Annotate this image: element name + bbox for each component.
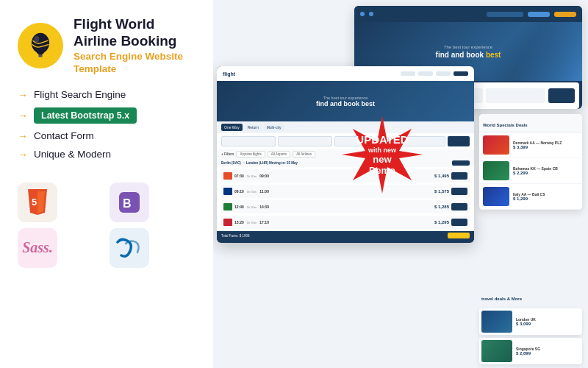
- screenshot-bottom-right: travel deals & More London UK $ 3,099 Si…: [479, 288, 582, 364]
- deal-img-2: [483, 161, 509, 180]
- price-1: $ 1,495: [434, 174, 449, 178]
- dur-1: 1h 30m: [247, 174, 257, 178]
- airline-logo-2: [223, 188, 232, 195]
- svg-text:B: B: [123, 197, 132, 210]
- tab-one-way[interactable]: One Way: [221, 124, 243, 131]
- deal-card-3: Italy AA — Bali CS $ 1,299: [479, 184, 582, 210]
- deal-card-1: Denmark AA — Norway PLZ $ 3,399: [479, 132, 582, 158]
- feature-label-3: Contact Form: [34, 130, 94, 141]
- nav-dot-2: [369, 12, 373, 16]
- feature-item-1: → Flight Search Engine: [18, 89, 196, 101]
- svg-marker-8: [342, 116, 423, 194]
- bc-price-1: $ 3,099: [516, 322, 580, 326]
- header-row: Flight World Airline Booking Search Engi…: [18, 16, 196, 76]
- arrow-icon-2: →: [18, 110, 28, 121]
- sm-nav-items: [401, 71, 468, 76]
- search-button-mini[interactable]: [548, 88, 575, 103]
- deals-title: World Specials Deals: [483, 123, 528, 127]
- airline-logo-4: [223, 219, 232, 226]
- sm-site-logo: flight: [223, 71, 235, 77]
- total-fares: Total Fares: $ 1908: [221, 234, 250, 238]
- bottom-img-2: [481, 340, 512, 362]
- svg-text:5: 5: [32, 197, 37, 208]
- feature-label-4: Unique & Modern: [34, 149, 111, 160]
- sm-search-btn[interactable]: [448, 136, 470, 146]
- nav-bar-item: [487, 12, 523, 17]
- arr-time-3: 14:30: [259, 205, 269, 209]
- flight-info-4: 15:20 1h 50m 17:10: [234, 220, 432, 224]
- route-info: Berlin (DAC) → London (LHR) Moving to: 0…: [221, 161, 298, 165]
- sm-nav: flight: [217, 66, 474, 81]
- sm-from-field[interactable]: [221, 136, 276, 146]
- header-text: Flight World Airline Booking Search Engi…: [74, 16, 196, 76]
- travel-deals-label: travel deals & More: [481, 297, 522, 301]
- deal-info-1: Denmark AA — Norway PLZ $ 3,399: [513, 141, 578, 149]
- feature-item-2: → Latest Bootstrap 5.x: [18, 107, 196, 124]
- sm-nav-1: [401, 71, 415, 76]
- tech-icons-grid: 5 B Sass.: [18, 183, 196, 268]
- tab-return[interactable]: Return: [245, 124, 262, 131]
- screenshot-deals: World Specials Deals Denmark AA — Norway…: [479, 114, 582, 210]
- deal-info-2: Bahamas KK — Spain CB $ 2,299: [513, 166, 578, 175]
- hero-main-text: find and book best: [436, 51, 501, 59]
- sm-to-field[interactable]: [278, 136, 332, 146]
- airline-logo-1: [223, 172, 232, 180]
- book-now-btn[interactable]: [448, 233, 470, 238]
- logo-balloon: [18, 23, 63, 68]
- deal-price-1: $ 3,399: [513, 145, 578, 149]
- price-2: $ 1,575: [434, 189, 449, 194]
- feature-item-3: → Contact Form: [18, 130, 196, 142]
- bottom-card-1: London UK $ 3,099: [479, 308, 582, 335]
- left-panel: Flight World Airline Booking Search Engi…: [0, 0, 213, 368]
- arr-time-2: 11:00: [259, 189, 269, 194]
- starburst-shape-container: UPDATED with new new Demo: [342, 114, 423, 195]
- sm-nav-cta: [453, 71, 468, 76]
- flight-info-3: 12:40 1h 50m 14:30: [234, 205, 432, 209]
- select-btn-3[interactable]: [451, 203, 467, 210]
- nav-bar-search: [554, 12, 576, 17]
- arrow-icon-1: →: [18, 89, 28, 101]
- bottom-img-1: [481, 311, 512, 333]
- price-3: $ 1,285: [434, 205, 449, 209]
- deal-price-2: $ 2,299: [513, 171, 578, 175]
- right-panel: The best tour experience find and book b…: [213, 0, 588, 368]
- sm-hero-title1: find and book best: [316, 100, 375, 107]
- dep-time-4: 15:20: [234, 220, 244, 224]
- header-subtitle: Search Engine Website Template: [74, 50, 196, 76]
- tab-multicity[interactable]: Multi-city: [264, 124, 284, 131]
- nav-bar-item2: [528, 12, 550, 17]
- filters-label: + Filters: [221, 152, 234, 156]
- sass-icon-box: Sass.: [18, 228, 57, 268]
- bottom-card-2: Singapore SG $ 2,899: [479, 338, 582, 364]
- search-date: [486, 88, 545, 103]
- select-btn-1[interactable]: [451, 172, 467, 180]
- select-btn-2[interactable]: [451, 188, 467, 195]
- hero-bg: [494, 22, 582, 81]
- header-title: Flight World Airline Booking: [74, 16, 196, 50]
- deals-title-bar: World Specials Deals: [479, 114, 582, 132]
- starburst-badge: UPDATED with new new Demo: [342, 114, 423, 195]
- dur-4: 1h 50m: [247, 221, 257, 224]
- travel-deals-header: travel deals & More: [479, 288, 582, 305]
- feature-label-1: Flight Search Engine: [34, 89, 126, 100]
- deal-img-1: [483, 135, 509, 155]
- filter-chip-3[interactable]: All Airlines: [293, 151, 315, 158]
- deal-price-3: $ 1,299: [513, 197, 578, 201]
- dep-time-3: 12:40: [234, 205, 244, 209]
- filter-chip-2[interactable]: All Airports: [268, 151, 291, 158]
- total-btn: [452, 160, 470, 166]
- bootstrap-badge: Latest Bootstrap 5.x: [34, 107, 137, 124]
- airline-logo-3: [223, 203, 232, 210]
- flight-row-3: 12:40 1h 50m 14:30 $ 1,285: [221, 200, 470, 213]
- top-nav-bar: [354, 6, 582, 22]
- main-container: Flight World Airline Booking Search Engi…: [0, 0, 588, 368]
- flight-row-4: 15:20 1h 50m 17:10 $ 1,295: [221, 216, 470, 229]
- filter-chip-1[interactable]: Anytime flights: [236, 151, 265, 158]
- dep-time-1: 07:30: [234, 174, 244, 178]
- select-btn-4[interactable]: [451, 219, 467, 226]
- sm-nav-3: [436, 71, 451, 76]
- svg-rect-1: [38, 54, 42, 57]
- bootstrap-icon-box: B: [110, 183, 149, 222]
- html5-icon-box: 5: [18, 183, 57, 222]
- arrow-icon-4: →: [18, 149, 28, 160]
